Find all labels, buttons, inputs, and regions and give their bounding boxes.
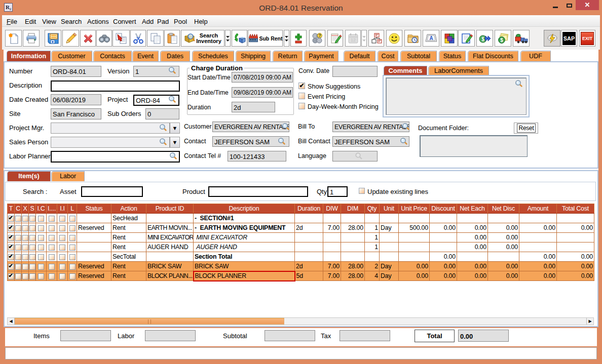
svg-text:12: 12 xyxy=(350,37,355,43)
svg-text:?: ? xyxy=(318,33,321,38)
svg-text:$: $ xyxy=(481,36,484,42)
svg-text:A: A xyxy=(429,35,433,41)
svg-text:$: $ xyxy=(500,37,503,43)
